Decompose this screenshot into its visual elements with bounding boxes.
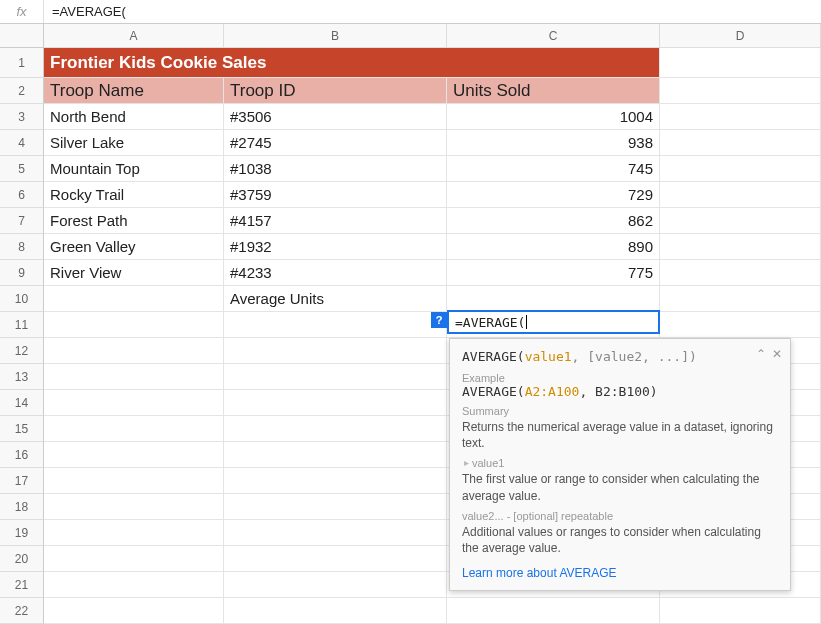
cell[interactable] xyxy=(44,598,224,624)
cell-name[interactable]: Rocky Trail xyxy=(44,182,224,208)
cell[interactable] xyxy=(660,598,821,624)
cell[interactable] xyxy=(44,520,224,546)
cell[interactable] xyxy=(44,312,224,338)
row-header[interactable]: 4 xyxy=(0,130,44,156)
cell[interactable] xyxy=(224,390,447,416)
cell-id[interactable]: #2745 xyxy=(224,130,447,156)
row-header[interactable]: 10 xyxy=(0,286,44,312)
cell-id[interactable]: #3506 xyxy=(224,104,447,130)
cell-id[interactable]: #1932 xyxy=(224,234,447,260)
cell[interactable] xyxy=(660,48,821,78)
row-header[interactable]: 3 xyxy=(0,104,44,130)
cell-id[interactable]: #1038 xyxy=(224,156,447,182)
cell[interactable] xyxy=(447,598,660,624)
row-header[interactable]: 5 xyxy=(0,156,44,182)
cell[interactable] xyxy=(224,546,447,572)
cell-units[interactable]: 729 xyxy=(447,182,660,208)
cell-name[interactable]: Mountain Top xyxy=(44,156,224,182)
learn-more-link[interactable]: Learn more about AVERAGE xyxy=(462,566,617,580)
cell[interactable] xyxy=(660,156,821,182)
cell-name[interactable]: Green Valley xyxy=(44,234,224,260)
cell[interactable] xyxy=(224,598,447,624)
row-header[interactable]: 22 xyxy=(0,598,44,624)
cell-name[interactable]: River View xyxy=(44,260,224,286)
cell[interactable] xyxy=(224,520,447,546)
cell-id[interactable]: #3759 xyxy=(224,182,447,208)
cell[interactable] xyxy=(660,286,821,312)
cell[interactable] xyxy=(44,468,224,494)
cell[interactable] xyxy=(660,78,821,104)
tooltip-example: AVERAGE(A2:A100, B2:B100) xyxy=(462,384,778,399)
formula-help-icon[interactable]: ? xyxy=(431,312,447,328)
formula-input[interactable]: =AVERAGE( xyxy=(44,0,821,23)
row-header[interactable]: 18 xyxy=(0,494,44,520)
cell[interactable] xyxy=(44,546,224,572)
tooltip-value2-label: value2... - [optional] repeatable xyxy=(462,510,778,522)
row-header[interactable]: 2 xyxy=(0,78,44,104)
row-header[interactable]: 19 xyxy=(0,520,44,546)
cell[interactable] xyxy=(224,442,447,468)
cell[interactable] xyxy=(224,494,447,520)
close-icon[interactable]: ✕ xyxy=(772,347,782,361)
row-header[interactable]: 6 xyxy=(0,182,44,208)
cell-name[interactable]: Silver Lake xyxy=(44,130,224,156)
cell[interactable] xyxy=(660,312,821,338)
cell[interactable] xyxy=(224,338,447,364)
row-header[interactable]: 16 xyxy=(0,442,44,468)
title-cell[interactable]: Frontier Kids Cookie Sales xyxy=(44,48,660,78)
cell-id[interactable]: #4157 xyxy=(224,208,447,234)
cell[interactable] xyxy=(660,208,821,234)
cell-units[interactable]: 775 xyxy=(447,260,660,286)
cell[interactable] xyxy=(224,572,447,598)
cell-name[interactable]: North Bend xyxy=(44,104,224,130)
header-troop-name[interactable]: Troop Name xyxy=(44,78,224,104)
cell[interactable] xyxy=(44,286,224,312)
cell[interactable] xyxy=(44,416,224,442)
row-header[interactable]: 13 xyxy=(0,364,44,390)
cell-units[interactable]: 862 xyxy=(447,208,660,234)
col-header-a[interactable]: A xyxy=(44,24,224,48)
row-header[interactable]: 8 xyxy=(0,234,44,260)
cell-units[interactable]: 938 xyxy=(447,130,660,156)
cell[interactable] xyxy=(44,572,224,598)
row-header[interactable]: 12 xyxy=(0,338,44,364)
cell[interactable] xyxy=(44,442,224,468)
row-header[interactable]: 7 xyxy=(0,208,44,234)
header-units-sold[interactable]: Units Sold xyxy=(447,78,660,104)
col-header-b[interactable]: B xyxy=(224,24,447,48)
col-header-c[interactable]: C xyxy=(447,24,660,48)
cell-units[interactable]: 1004 xyxy=(447,104,660,130)
tooltip-collapse-icon[interactable]: ⌃ xyxy=(756,347,766,361)
cell[interactable] xyxy=(224,416,447,442)
row-header[interactable]: 9 xyxy=(0,260,44,286)
row-header[interactable]: 14 xyxy=(0,390,44,416)
corner-cell[interactable] xyxy=(0,24,44,48)
cell[interactable] xyxy=(44,338,224,364)
cell[interactable] xyxy=(224,312,447,338)
cell[interactable] xyxy=(660,130,821,156)
row-header[interactable]: 11 xyxy=(0,312,44,338)
cell[interactable] xyxy=(44,390,224,416)
cell-id[interactable]: #4233 xyxy=(224,260,447,286)
avg-label-cell[interactable]: Average Units xyxy=(224,286,447,312)
cell-units[interactable]: 890 xyxy=(447,234,660,260)
row-header[interactable]: 20 xyxy=(0,546,44,572)
row-header[interactable]: 15 xyxy=(0,416,44,442)
col-header-d[interactable]: D xyxy=(660,24,821,48)
active-cell-under[interactable] xyxy=(447,286,660,312)
active-cell-editor[interactable]: =AVERAGE( xyxy=(447,310,660,334)
cell[interactable] xyxy=(660,182,821,208)
cell-name[interactable]: Forest Path xyxy=(44,208,224,234)
row-header[interactable]: 17 xyxy=(0,468,44,494)
header-troop-id[interactable]: Troop ID xyxy=(224,78,447,104)
cell[interactable] xyxy=(224,468,447,494)
cell-units[interactable]: 745 xyxy=(447,156,660,182)
cell[interactable] xyxy=(660,234,821,260)
cell[interactable] xyxy=(660,260,821,286)
cell[interactable] xyxy=(660,104,821,130)
row-header[interactable]: 21 xyxy=(0,572,44,598)
cell[interactable] xyxy=(224,364,447,390)
cell[interactable] xyxy=(44,364,224,390)
row-header[interactable]: 1 xyxy=(0,48,44,78)
cell[interactable] xyxy=(44,494,224,520)
